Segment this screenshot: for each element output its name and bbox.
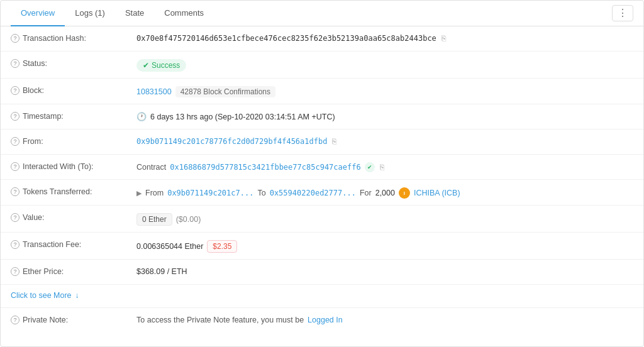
private-note-help-icon[interactable]: ? bbox=[11, 316, 19, 324]
block-value: 10831500 42878 Block Confirmations bbox=[136, 85, 633, 97]
tx-hash-value: 0x70e8f475720146d653e1cfbece476cec8235f6… bbox=[136, 33, 633, 43]
to-value: Contract 0x16886879d577815c3421fbbee77c8… bbox=[136, 161, 633, 172]
clock-icon: 🕐 bbox=[136, 112, 147, 121]
tab-comments[interactable]: Comments bbox=[154, 1, 214, 26]
private-note-value: To access the Private Note feature, you … bbox=[136, 314, 633, 324]
status-check-icon: ✔ bbox=[143, 61, 149, 70]
timestamp-label: ? Timestamp: bbox=[11, 111, 136, 121]
status-badge: ✔ Success bbox=[136, 59, 186, 72]
tx-hash-row: ? Transaction Hash: 0x70e8f475720146d653… bbox=[1, 26, 643, 52]
fee-label: ? Transaction Fee: bbox=[11, 239, 136, 249]
to-copy-icon[interactable]: ⎘ bbox=[380, 163, 384, 172]
value-ether-badge: 0 Ether bbox=[136, 213, 172, 226]
private-note-row: ? Private Note: To access the Private No… bbox=[1, 307, 643, 333]
value-label: ? Value: bbox=[11, 212, 136, 222]
fee-row: ? Transaction Fee: 0.006365044 Ether $2.… bbox=[1, 233, 643, 260]
status-value: ✔ Success bbox=[136, 58, 633, 72]
logged-in-link[interactable]: Logged In bbox=[308, 316, 343, 324]
transaction-detail-table: ? Transaction Hash: 0x70e8f475720146d653… bbox=[1, 26, 643, 285]
to-row: ? Interacted With (To): Contract 0x16886… bbox=[1, 155, 643, 180]
timestamp-value: 🕐 6 days 13 hrs ago (Sep-10-2020 03:14:5… bbox=[136, 111, 633, 121]
tx-hash-help-icon[interactable]: ? bbox=[11, 34, 19, 43]
tab-overview[interactable]: Overview bbox=[11, 1, 65, 26]
timestamp-row: ? Timestamp: 🕐 6 days 13 hrs ago (Sep-10… bbox=[1, 104, 643, 129]
private-note-section: ? Private Note: To access the Private No… bbox=[1, 307, 643, 333]
fee-usd-badge: $2.35 bbox=[207, 240, 237, 253]
to-label: ? Interacted With (To): bbox=[11, 161, 136, 171]
ether-price-help-icon[interactable]: ? bbox=[11, 267, 19, 276]
more-options-button[interactable]: ⋮ bbox=[612, 5, 633, 21]
block-number-link[interactable]: 10831500 bbox=[136, 87, 172, 96]
click-more-section: Click to see More ↓ bbox=[1, 285, 643, 307]
status-label: ? Status: bbox=[11, 58, 136, 68]
tab-state[interactable]: State bbox=[115, 1, 154, 26]
private-note-label: ? Private Note: bbox=[11, 314, 136, 324]
block-label: ? Block: bbox=[11, 85, 136, 95]
status-row: ? Status: ✔ Success bbox=[1, 52, 643, 79]
status-help-icon[interactable]: ? bbox=[11, 59, 19, 68]
tokens-from-link[interactable]: 0x9b071149c201c7... bbox=[167, 189, 253, 197]
from-address-link[interactable]: 0x9b071149c201c78776fc2d0d729bf4f456a1df… bbox=[136, 137, 327, 146]
tokens-value: ▶ From 0x9b071149c201c7... To 0x55940220… bbox=[136, 186, 633, 199]
block-confirmations-badge: 42878 Block Confirmations bbox=[175, 86, 275, 97]
to-help-icon[interactable]: ? bbox=[11, 162, 19, 171]
tokens-label: ? Tokens Transferred: bbox=[11, 186, 136, 196]
from-copy-icon[interactable]: ⎘ bbox=[332, 137, 336, 146]
value-row: ? Value: 0 Ether ($0.00) bbox=[1, 206, 643, 233]
from-label: ? From: bbox=[11, 136, 136, 146]
value-help-icon[interactable]: ? bbox=[11, 213, 19, 222]
tx-hash-label: ? Transaction Hash: bbox=[11, 33, 136, 43]
tab-logs[interactable]: Logs (1) bbox=[65, 1, 115, 26]
token-name-link[interactable]: ICHIBA (ICB) bbox=[414, 189, 460, 197]
from-value: 0x9b071149c201c78776fc2d0d729bf4f456a1df… bbox=[136, 136, 633, 146]
block-help-icon[interactable]: ? bbox=[11, 86, 19, 95]
ether-price-value: $368.09 / ETH bbox=[136, 266, 633, 276]
timestamp-help-icon[interactable]: ? bbox=[11, 112, 19, 121]
tokens-arrow-right: ▶ bbox=[136, 189, 142, 197]
contract-verified-icon: ✔ bbox=[365, 162, 375, 172]
tokens-help-icon[interactable]: ? bbox=[11, 187, 19, 196]
click-more-link[interactable]: Click to see More bbox=[11, 291, 72, 300]
token-icon: I bbox=[399, 187, 410, 199]
from-row: ? From: 0x9b071149c201c78776fc2d0d729bf4… bbox=[1, 129, 643, 155]
tokens-row: ? Tokens Transferred: ▶ From 0x9b071149c… bbox=[1, 180, 643, 206]
fee-help-icon[interactable]: ? bbox=[11, 240, 19, 249]
value-display: 0 Ether ($0.00) bbox=[136, 212, 633, 226]
tx-hash-copy-icon[interactable]: ⎘ bbox=[441, 34, 446, 43]
from-help-icon[interactable]: ? bbox=[11, 137, 19, 146]
tabs-bar: Overview Logs (1) State Comments ⋮ bbox=[1, 1, 643, 26]
ether-price-row: ? Ether Price: $368.09 / ETH bbox=[1, 260, 643, 285]
tokens-to-link[interactable]: 0x55940220ed2777... bbox=[270, 189, 356, 197]
fee-display: 0.006365044 Ether $2.35 bbox=[136, 239, 633, 253]
to-address-link[interactable]: 0x16886879d577815c3421fbbee77c85c947caef… bbox=[170, 163, 360, 172]
down-arrow-icon: ↓ bbox=[75, 291, 79, 300]
block-row: ? Block: 10831500 42878 Block Confirmati… bbox=[1, 79, 643, 104]
ether-price-label: ? Ether Price: bbox=[11, 266, 136, 276]
